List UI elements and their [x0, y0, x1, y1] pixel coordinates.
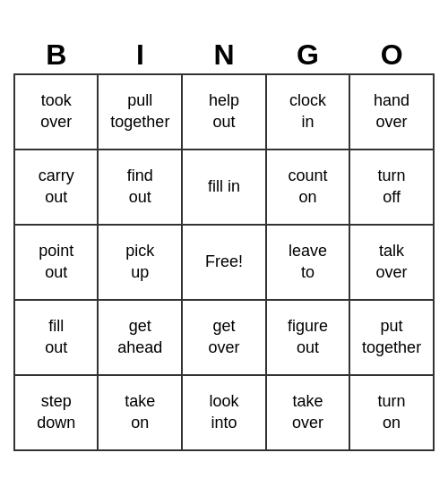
- header-cell-n: N: [182, 37, 265, 74]
- row-0: tookoverpulltogetherhelpoutclockinhandov…: [14, 74, 434, 150]
- header-cell-i: I: [98, 37, 182, 74]
- cell-r0-c1: pulltogether: [98, 74, 182, 150]
- row-2: pointoutpickupFree!leavetotalkover: [14, 225, 434, 300]
- header-cell-b: B: [14, 37, 98, 74]
- cell-r1-c2: fill in: [182, 150, 265, 225]
- header-cell-o: O: [349, 37, 434, 74]
- cell-r3-c3: figureout: [266, 300, 350, 375]
- cell-r2-c2: Free!: [182, 225, 265, 300]
- cell-r2-c0: pointout: [14, 225, 98, 300]
- cell-r4-c2: lookinto: [182, 375, 265, 450]
- row-4: stepdowntakeonlookintotakeoverturnon: [14, 375, 434, 450]
- cell-r1-c0: carryout: [14, 150, 98, 225]
- cell-r2-c1: pickup: [98, 225, 182, 300]
- cell-r1-c1: findout: [98, 150, 182, 225]
- cell-r4-c3: takeover: [266, 375, 350, 450]
- cell-r4-c0: stepdown: [14, 375, 98, 450]
- cell-r0-c3: clockin: [266, 74, 350, 150]
- row-3: filloutgetaheadgetoverfigureoutputtogeth…: [14, 300, 434, 375]
- cell-r2-c3: leaveto: [266, 225, 350, 300]
- cell-r4-c4: turnon: [349, 375, 434, 450]
- header-cell-g: G: [266, 37, 350, 74]
- cell-r3-c0: fillout: [14, 300, 98, 375]
- cell-r3-c2: getover: [182, 300, 265, 375]
- cell-r1-c3: counton: [266, 150, 350, 225]
- cell-r3-c1: getahead: [98, 300, 182, 375]
- cell-r1-c4: turnoff: [349, 150, 434, 225]
- header-row: BINGO: [14, 37, 434, 74]
- cell-r0-c4: handover: [349, 74, 434, 150]
- bingo-card: BINGO tookoverpulltogetherhelpoutclockin…: [13, 37, 435, 451]
- cell-r4-c1: takeon: [98, 375, 182, 450]
- cell-r3-c4: puttogether: [349, 300, 434, 375]
- cell-r0-c2: helpout: [182, 74, 265, 150]
- cell-r0-c0: tookover: [14, 74, 98, 150]
- row-1: carryoutfindoutfill incountonturnoff: [14, 150, 434, 225]
- cell-r2-c4: talkover: [349, 225, 434, 300]
